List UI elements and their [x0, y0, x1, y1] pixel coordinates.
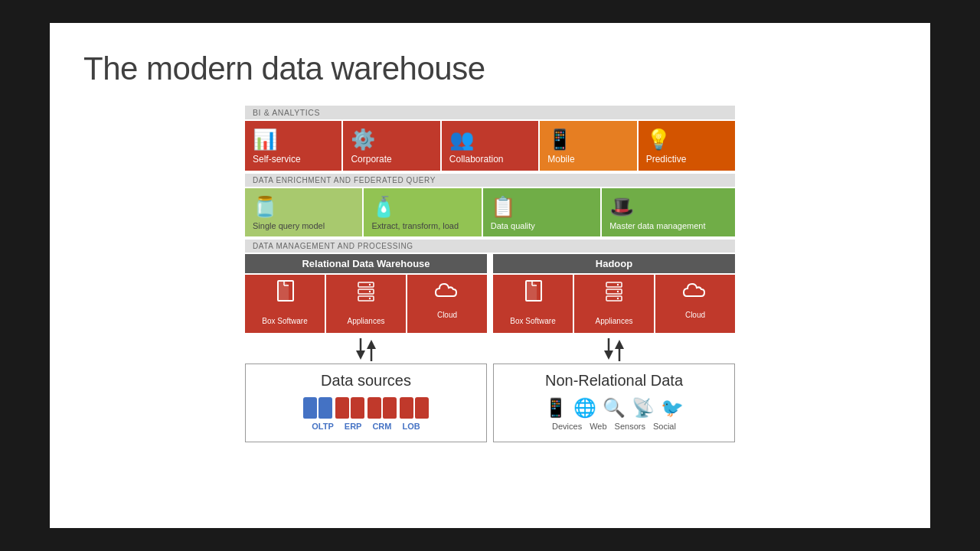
relational-header: Relational Data Warehouse [245, 254, 487, 273]
tile-predictive: 💡 Predictive [639, 121, 735, 171]
h-cloud-icon [681, 279, 710, 306]
slide: The modern data warehouse BI & Analytics… [50, 23, 930, 528]
slide-title: The modern data warehouse [83, 51, 897, 87]
web-icon: 🌐 [573, 397, 596, 419]
relational-tiles: Box Software [245, 275, 487, 333]
rdw-appliances-label: Appliances [348, 317, 385, 325]
db-cyl-7 [400, 397, 413, 419]
svg-rect-4 [358, 289, 374, 294]
h-appliances-icon [603, 279, 625, 312]
self-service-label: Self-service [253, 154, 334, 165]
db-cyl-2 [318, 397, 332, 419]
non-relational-box: Non-Relational Data 📱 🌐 🔍 📡 🐦 Devices We… [493, 364, 735, 442]
svg-marker-21 [367, 340, 376, 349]
lob-icons [400, 397, 429, 419]
rdw-cloud-tile: Cloud [407, 275, 487, 333]
mgmt-two-col: Relational Data Warehouse Box Software [245, 254, 735, 333]
tile-collaboration: 👥 Collaboration [442, 121, 538, 171]
svg-marker-25 [615, 340, 624, 349]
svg-point-6 [369, 284, 371, 285]
arrows-row [245, 336, 735, 364]
enrich-section-label: Data Enrichment and Federated Query [245, 174, 735, 187]
tile-single-query: 🫙 Single query model [245, 188, 362, 236]
master-data-icon: 🎩 [609, 195, 727, 219]
hadoop-tiles: Box Software [493, 275, 735, 333]
rdw-box-icon [273, 279, 296, 312]
db-cyl-3 [335, 397, 349, 419]
svg-point-7 [369, 291, 371, 292]
crm-icons [368, 397, 397, 419]
h-cloud-label: Cloud [685, 311, 705, 319]
predictive-label: Predictive [646, 154, 727, 165]
web-label: Web [590, 422, 606, 431]
single-query-label: Single query model [253, 221, 354, 230]
db-cyl-5 [368, 397, 381, 419]
db-labels-row: OLTP ERP CRM LOB [256, 422, 475, 431]
svg-rect-14 [606, 296, 622, 301]
nonrel-icons-row: 📱 🌐 🔍 📡 🐦 [505, 397, 724, 419]
tile-corporate: ⚙️ Corporate [343, 121, 439, 171]
rdw-box-tile: Box Software [245, 275, 325, 333]
h-appliances-tile: Appliances [574, 275, 654, 333]
data-quality-icon: 📋 [491, 195, 593, 219]
svg-marker-19 [356, 350, 365, 360]
rdw-box-label: Box Software [262, 317, 307, 325]
extract-icon: 🧴 [371, 195, 473, 219]
right-arrow-area [493, 336, 735, 364]
tile-data-quality: 📋 Data quality [483, 188, 600, 236]
svg-marker-23 [604, 350, 613, 360]
nonrel-title: Non-Relational Data [505, 372, 724, 390]
diagram: BI & Analytics 📊 Self-service ⚙️ Corpora… [245, 106, 735, 442]
mgmt-section-label: Data Management and Processing [245, 240, 735, 253]
single-query-icon: 🫙 [253, 195, 354, 219]
h-appliances-label: Appliances [596, 317, 633, 325]
devices-label: Devices [552, 422, 582, 431]
collaboration-label: Collaboration [449, 154, 531, 165]
svg-point-15 [617, 284, 619, 285]
rdw-appliances-icon [355, 279, 377, 312]
corporate-icon: ⚙️ [351, 128, 432, 152]
db-icons-row [256, 397, 475, 419]
oltp-icons [303, 397, 332, 419]
bi-tiles-row: 📊 Self-service ⚙️ Corporate 👥 Collaborat… [245, 121, 735, 171]
predictive-icon: 💡 [646, 128, 727, 152]
oltp-label: OLTP [312, 422, 334, 431]
tile-extract: 🧴 Extract, transform, load [364, 188, 481, 236]
db-cyl-6 [383, 397, 397, 419]
data-sources-box: Data sources [245, 364, 487, 442]
devices-icon: 📱 [544, 397, 567, 419]
mobile-label: Mobile [547, 154, 629, 165]
hadoop-header: Hadoop [493, 254, 735, 273]
svg-point-17 [617, 298, 619, 299]
h-box-tile: Box Software [493, 275, 573, 333]
h-cloud-tile: Cloud [655, 275, 735, 333]
bi-section-label: BI & Analytics [245, 106, 735, 119]
h-box-icon [521, 279, 544, 312]
db-cyl-4 [351, 397, 364, 419]
erp-label: ERP [345, 422, 362, 431]
svg-rect-13 [606, 289, 622, 294]
svg-rect-12 [606, 282, 622, 287]
social-label: Social [653, 422, 676, 431]
social-icon: 🐦 [661, 397, 684, 419]
db-cyl-8 [415, 397, 429, 419]
db-cyl-1 [303, 397, 317, 419]
corporate-label: Corporate [351, 154, 432, 165]
svg-point-16 [617, 291, 619, 292]
network-icon: 📡 [632, 397, 655, 419]
tile-mobile: 📱 Mobile [540, 121, 636, 171]
master-data-label: Master data management [609, 221, 727, 230]
h-box-label: Box Software [510, 317, 555, 325]
sensors-label: Sensors [615, 422, 645, 431]
sensors-icon: 🔍 [603, 397, 626, 419]
relational-block: Relational Data Warehouse Box Software [245, 254, 487, 333]
lob-label: LOB [402, 422, 420, 431]
collaboration-icon: 👥 [449, 128, 531, 152]
rdw-cloud-icon [433, 279, 462, 306]
data-quality-label: Data quality [491, 221, 593, 230]
data-sources-title: Data sources [256, 372, 475, 390]
svg-rect-3 [358, 282, 374, 287]
bottom-boxes: Data sources [245, 364, 735, 442]
mobile-icon: 📱 [547, 128, 629, 152]
self-service-icon: 📊 [253, 128, 334, 152]
